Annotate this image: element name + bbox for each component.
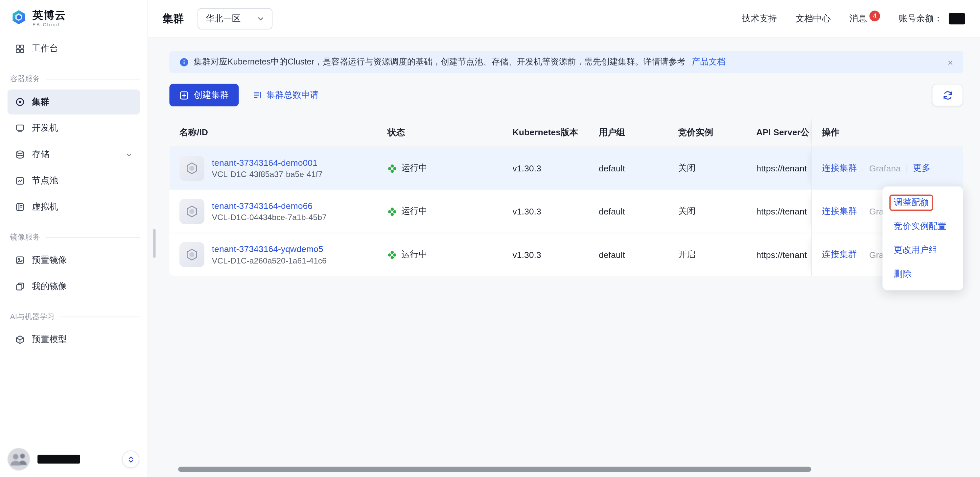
- sidebar-item-storage[interactable]: 存储: [8, 142, 140, 167]
- cluster-id: VCL-D1C-43f85a37-ba5e-41f7: [212, 169, 323, 179]
- account-balance: 账号余额：: [899, 13, 965, 24]
- sidebar-item-workbench[interactable]: 工作台: [8, 36, 140, 61]
- menu-item-change-group[interactable]: 更改用户组: [882, 238, 963, 262]
- close-icon[interactable]: ×: [940, 57, 953, 67]
- redacted-balance: [949, 13, 965, 24]
- storage-icon: [15, 150, 25, 160]
- sidebar-item-preset-images[interactable]: 预置镜像: [8, 248, 140, 273]
- plus-square-icon: [180, 91, 189, 100]
- table-row[interactable]: tenant-37343164-yqwdemo5 VCL-D1C-a260a52…: [169, 233, 963, 276]
- top-links: 技术支持 文档中心 消息 4 账号余额：: [742, 13, 965, 24]
- sidebar-section-ai-ml: AI与机器学习: [10, 311, 140, 322]
- k8s-version: v1.30.3: [503, 147, 589, 190]
- sidebar-item-clusters[interactable]: 集群: [8, 89, 140, 115]
- preset-image-icon: [15, 255, 25, 265]
- banner-text: 集群对应Kubernetes中的Cluster，是容器运行与资源调度的基础，创建…: [194, 56, 686, 67]
- cluster-logo-icon: [180, 156, 204, 181]
- refresh-button[interactable]: [932, 84, 963, 106]
- column-header-group: 用户组: [589, 119, 668, 147]
- sidebar-item-devmachine[interactable]: 开发机: [8, 116, 140, 141]
- column-header-api: API Server公: [746, 119, 811, 147]
- sidebar-item-preset-models[interactable]: 预置模型: [8, 327, 140, 352]
- api-server-url: https://tenant: [746, 147, 811, 190]
- divider: |: [862, 207, 864, 217]
- cluster-id: VCL-D1C-a260a520-1a61-41c6: [212, 256, 327, 265]
- connect-cluster-link[interactable]: 连接集群: [822, 163, 857, 174]
- cluster-logo-icon: [180, 242, 204, 267]
- grid-icon: [15, 44, 25, 54]
- user-expander-button[interactable]: [122, 450, 139, 468]
- user-group: default: [589, 147, 668, 190]
- section-title: 镜像服务: [10, 232, 40, 243]
- page-title: 集群: [162, 11, 184, 26]
- spot-instance: 关闭: [668, 190, 746, 233]
- cluster-name-link[interactable]: tenant-37343164-yqwdemo5: [212, 244, 327, 254]
- table-row[interactable]: tenant-37343164-demo001 VCL-D1C-43f85a37…: [169, 147, 963, 190]
- user-group: default: [589, 190, 668, 233]
- sidebar-item-my-images[interactable]: 我的镜像: [8, 274, 140, 299]
- running-status-icon: [387, 163, 397, 173]
- k8s-version: v1.30.3: [503, 190, 589, 233]
- sidebar-item-label: 存储: [32, 149, 49, 160]
- product-docs-link[interactable]: 产品文档: [692, 56, 725, 67]
- divider: [61, 316, 140, 317]
- divider: |: [906, 163, 908, 173]
- divider: |: [862, 250, 864, 260]
- cluster-name-link[interactable]: tenant-37343164-demo001: [212, 158, 323, 168]
- column-header-ops: 操作: [811, 119, 963, 147]
- sidebar-item-nodepool[interactable]: 节点池: [8, 168, 140, 193]
- status-text: 运行中: [401, 206, 428, 217]
- connect-cluster-link[interactable]: 连接集群: [822, 249, 857, 260]
- column-header-name: 名称/ID: [169, 119, 377, 147]
- running-status-icon: [387, 207, 397, 217]
- chevron-down-icon: [126, 151, 132, 158]
- menu-item-delete[interactable]: 删除: [882, 262, 963, 286]
- api-server-url: https://tenant: [746, 190, 811, 233]
- vertical-scrollbar-thumb[interactable]: [153, 229, 156, 258]
- table-header-row: 名称/ID 状态 Kubernetes版本 用户组 竞价实例 API Serve…: [169, 119, 963, 147]
- support-link[interactable]: 技术支持: [742, 13, 777, 24]
- avatar[interactable]: [8, 448, 30, 471]
- sidebar: 英博云 EB Cloud 工作台 容器服务 集群 开发机: [0, 0, 148, 477]
- spot-instance: 开启: [668, 233, 746, 276]
- horizontal-scrollbar-thumb[interactable]: [178, 467, 811, 472]
- sidebar-section-container-services: 容器服务: [10, 74, 140, 84]
- more-link[interactable]: 更多: [913, 163, 931, 174]
- brand-subtitle: EB Cloud: [33, 22, 66, 28]
- spot-instance: 关闭: [668, 147, 746, 190]
- menu-item-spot-config[interactable]: 竞价实例配置: [882, 214, 963, 238]
- sidebar-item-label: 集群: [32, 96, 49, 108]
- cluster-id: VCL-D1C-04434bce-7a1b-45b7: [212, 213, 327, 222]
- status-text: 运行中: [401, 163, 428, 174]
- my-image-icon: [15, 282, 25, 292]
- region-select[interactable]: 华北一区: [197, 8, 272, 29]
- main-content: 集群对应Kubernetes中的Cluster，是容器运行与资源调度的基础，创建…: [148, 38, 980, 477]
- messages-link[interactable]: 消息 4: [850, 13, 880, 24]
- k8s-version: v1.30.3: [503, 233, 589, 276]
- create-cluster-label: 创建集群: [194, 89, 229, 101]
- sidebar-item-label: 预置镜像: [32, 255, 67, 266]
- menu-item-adjust-quota[interactable]: 调整配额: [882, 191, 963, 214]
- sidebar-fade: [0, 417, 147, 442]
- divider: [46, 237, 140, 238]
- create-cluster-button[interactable]: 创建集群: [169, 84, 239, 106]
- preset-model-icon: [15, 335, 25, 345]
- connect-cluster-link[interactable]: 连接集群: [822, 206, 857, 217]
- sidebar-item-vm[interactable]: 虚拟机: [8, 195, 140, 219]
- message-badge: 4: [869, 10, 880, 21]
- chevron-down-icon: [257, 15, 264, 22]
- sidebar-item-label: 工作台: [32, 43, 58, 54]
- brand[interactable]: 英博云 EB Cloud: [0, 0, 148, 35]
- sidebar-item-label: 开发机: [32, 123, 58, 134]
- cluster-quota-request-link[interactable]: 集群总数申请: [252, 89, 319, 101]
- app-window: 英博云 EB Cloud 工作台 容器服务 集群 开发机: [0, 0, 980, 477]
- annotation-highlight-box: 调整配额: [889, 195, 933, 211]
- cluster-name-link[interactable]: tenant-37343164-demo66: [212, 201, 327, 211]
- section-title: AI与机器学习: [10, 311, 54, 322]
- list-icon: [252, 90, 262, 100]
- table-row[interactable]: tenant-37343164-demo66 VCL-D1C-04434bce-…: [169, 190, 963, 233]
- cluster-logo-icon: [180, 199, 204, 224]
- docs-link[interactable]: 文档中心: [795, 13, 831, 24]
- toolbar: 创建集群 集群总数申请: [169, 84, 319, 106]
- sidebar-item-label: 预置模型: [32, 334, 67, 345]
